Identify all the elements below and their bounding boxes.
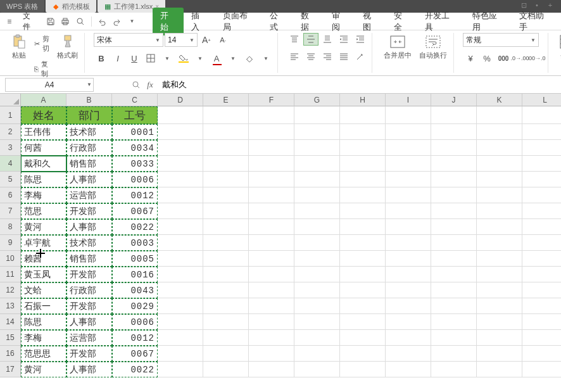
cell[interactable] xyxy=(522,251,561,267)
cell[interactable] xyxy=(386,330,431,346)
cell[interactable] xyxy=(386,156,431,172)
cell[interactable] xyxy=(522,267,561,282)
cell[interactable]: 运营部 xyxy=(66,187,112,203)
cell[interactable]: 工号 xyxy=(112,106,158,124)
ribbon-tab-home[interactable]: 开始 xyxy=(153,8,184,35)
cell[interactable] xyxy=(249,140,294,156)
number-format-select[interactable]: 常规 ▼ xyxy=(463,33,539,47)
cell[interactable]: 人事部 xyxy=(66,172,112,187)
cells-area[interactable]: 姓名 部门 工号 王伟伟技术部0001何茜行政部0034戴和久销售部0033陈思… xyxy=(21,106,561,377)
cell[interactable] xyxy=(340,314,386,330)
cell[interactable]: 0006 xyxy=(112,172,158,187)
cell[interactable]: 0003 xyxy=(112,235,158,251)
row-header[interactable]: 17 xyxy=(0,362,21,377)
cell[interactable] xyxy=(249,187,294,203)
ribbon-tab-feature[interactable]: 特色应用 xyxy=(465,8,512,35)
cell[interactable] xyxy=(340,330,386,346)
cell[interactable]: 赖茜 xyxy=(21,251,66,267)
ribbon-tab-data[interactable]: 数据 xyxy=(293,8,324,35)
cell[interactable]: 黄玉凤 xyxy=(21,267,66,282)
cell[interactable]: 李梅 xyxy=(21,330,66,346)
cell[interactable] xyxy=(431,140,477,156)
align-top-button[interactable] xyxy=(287,33,302,46)
cell[interactable] xyxy=(477,346,522,362)
cell[interactable] xyxy=(340,251,386,267)
cell[interactable] xyxy=(158,298,203,314)
cell[interactable]: 范思思 xyxy=(21,346,66,362)
cell[interactable] xyxy=(477,172,522,187)
cell[interactable] xyxy=(203,298,249,314)
cell[interactable] xyxy=(431,156,477,172)
cell[interactable] xyxy=(158,172,203,187)
cell[interactable]: 陈思 xyxy=(21,172,66,187)
cell[interactable] xyxy=(203,282,249,298)
cell[interactable] xyxy=(249,106,294,124)
underline-button[interactable]: U xyxy=(127,52,142,65)
cell[interactable] xyxy=(203,187,249,203)
cell[interactable]: 开发部 xyxy=(66,346,112,362)
row-header[interactable]: 9 xyxy=(0,235,21,251)
cell[interactable] xyxy=(294,124,340,140)
cell[interactable] xyxy=(477,203,522,219)
cell[interactable] xyxy=(522,235,561,251)
cell[interactable]: 0016 xyxy=(112,267,158,282)
merge-center-button[interactable]: 合并居中 xyxy=(381,33,414,61)
row-header[interactable]: 1 xyxy=(0,106,21,124)
cell[interactable] xyxy=(477,362,522,377)
cell[interactable]: 0001 xyxy=(112,124,158,140)
cell[interactable]: 销售部 xyxy=(66,156,112,172)
cell[interactable] xyxy=(294,203,340,219)
cell[interactable] xyxy=(294,362,340,377)
cell[interactable] xyxy=(340,172,386,187)
cell[interactable] xyxy=(340,124,386,140)
cell[interactable] xyxy=(386,282,431,298)
cell[interactable] xyxy=(522,203,561,219)
cell[interactable] xyxy=(203,346,249,362)
row-header[interactable]: 3 xyxy=(0,140,21,156)
cell[interactable] xyxy=(249,235,294,251)
cell[interactable] xyxy=(431,362,477,377)
row-header[interactable]: 15 xyxy=(0,330,21,346)
cell[interactable]: 0012 xyxy=(112,330,158,346)
cell[interactable] xyxy=(522,187,561,203)
cell[interactable] xyxy=(431,251,477,267)
cell[interactable] xyxy=(249,330,294,346)
cell[interactable] xyxy=(477,298,522,314)
cell[interactable] xyxy=(386,203,431,219)
cell[interactable] xyxy=(294,187,340,203)
cell[interactable] xyxy=(340,219,386,235)
cell[interactable] xyxy=(158,251,203,267)
col-header-l[interactable]: L xyxy=(522,94,561,106)
cell[interactable] xyxy=(340,203,386,219)
cell[interactable]: 0006 xyxy=(112,314,158,330)
cell[interactable] xyxy=(249,203,294,219)
cell[interactable] xyxy=(158,219,203,235)
cell[interactable] xyxy=(158,156,203,172)
cell[interactable] xyxy=(158,106,203,124)
font-color-dropdown[interactable]: ▼ xyxy=(225,52,241,65)
ribbon-tab-assistant[interactable]: 文档助手 xyxy=(512,8,558,35)
currency-button[interactable]: ¥ xyxy=(463,52,478,65)
col-header-b[interactable]: B xyxy=(66,94,112,106)
cell[interactable] xyxy=(522,314,561,330)
cell[interactable] xyxy=(477,219,522,235)
row-header[interactable]: 5 xyxy=(0,172,21,187)
cell[interactable] xyxy=(294,314,340,330)
select-all-corner[interactable] xyxy=(0,94,21,106)
clear-format-button[interactable]: ◇ xyxy=(242,52,257,65)
cell[interactable]: 范思 xyxy=(21,203,66,219)
cell[interactable] xyxy=(477,282,522,298)
row-header[interactable]: 4 xyxy=(0,156,21,172)
row-header[interactable]: 7 xyxy=(0,203,21,219)
cell[interactable]: 黄河 xyxy=(21,219,66,235)
row-header[interactable]: 16 xyxy=(0,346,21,362)
col-header-f[interactable]: F xyxy=(249,94,294,106)
fill-color-button[interactable] xyxy=(176,52,191,65)
cell[interactable] xyxy=(158,330,203,346)
cell[interactable] xyxy=(294,330,340,346)
increase-decimal-button[interactable]: .0→.00 xyxy=(512,52,527,65)
copy-button[interactable]: ⎘ 复制 xyxy=(32,58,52,80)
row-header[interactable]: 12 xyxy=(0,282,21,298)
ribbon-tab-review[interactable]: 审阅 xyxy=(324,8,355,35)
cell[interactable] xyxy=(431,124,477,140)
